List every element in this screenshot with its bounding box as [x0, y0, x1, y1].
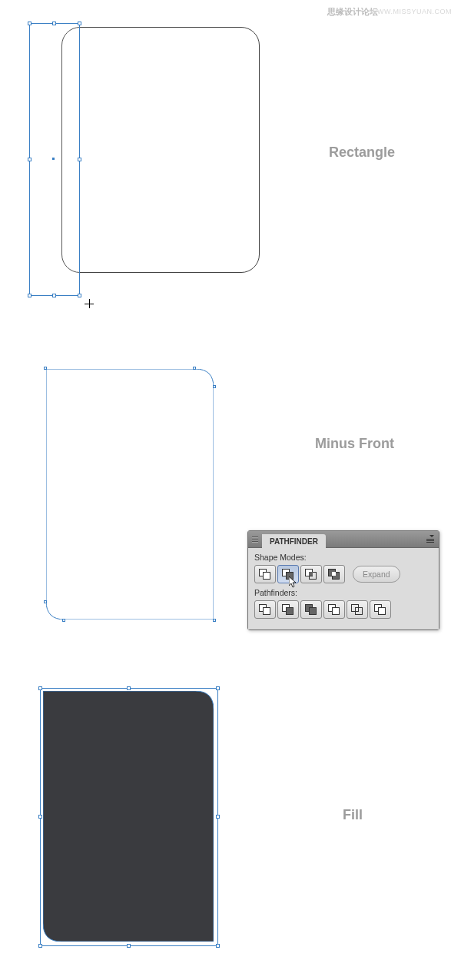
shape-modes-row: Expand [254, 565, 433, 583]
unite-button[interactable] [254, 565, 276, 583]
panel-tab-pathfinder[interactable]: PATHFINDER [262, 534, 326, 549]
handle-bottom-right[interactable] [216, 944, 220, 948]
merge-icon [305, 604, 317, 615]
handle-bottom-left[interactable] [38, 944, 42, 948]
shape-modes-label: Shape Modes: [254, 553, 433, 562]
handle-bottom-left[interactable] [28, 294, 32, 297]
anchor-point[interactable] [62, 619, 65, 622]
handle-right-center[interactable] [216, 815, 220, 819]
step-label-rectangle: Rectangle [329, 145, 395, 161]
divide-button[interactable] [254, 600, 276, 619]
handle-bottom-center[interactable] [52, 294, 56, 297]
handle-top-center[interactable] [127, 686, 131, 690]
anchor-point[interactable] [213, 385, 216, 388]
anchor-point[interactable] [44, 600, 47, 603]
handle-top-left[interactable] [38, 686, 42, 690]
rounded-rectangle-shape[interactable] [61, 27, 260, 273]
handle-bottom-right[interactable] [78, 294, 81, 297]
exclude-icon [328, 569, 340, 580]
artboard-step3[interactable] [40, 688, 224, 953]
handle-bottom-center[interactable] [127, 944, 131, 948]
expand-button[interactable]: Expand [353, 566, 400, 583]
panel-body: Shape Modes: Expand Pathfinders: [248, 548, 439, 630]
exclude-button[interactable] [323, 565, 345, 583]
pathfinder-panel[interactable]: PATHFINDER Shape Modes: Expand [247, 530, 439, 630]
outline-icon [351, 604, 363, 615]
handle-top-right[interactable] [78, 22, 81, 25]
crop-button[interactable] [323, 600, 345, 619]
divide-icon [259, 604, 271, 615]
pathfinders-label: Pathfinders: [254, 588, 433, 597]
minus-back-icon [374, 604, 386, 615]
trim-button[interactable] [277, 600, 299, 619]
trim-icon [282, 604, 294, 615]
step-label-minus-front: Minus Front [315, 436, 394, 452]
anchor-point[interactable] [193, 367, 196, 370]
handle-top-left[interactable] [28, 22, 32, 25]
intersect-icon [305, 569, 317, 580]
handle-top-right[interactable] [216, 686, 220, 690]
watermark-en: WWW.MISSYUAN.COM [370, 8, 452, 15]
handle-right-center[interactable] [78, 158, 81, 161]
handle-top-center[interactable] [52, 22, 56, 25]
unite-icon [259, 569, 271, 580]
panel-grip-icon[interactable] [248, 531, 262, 548]
crop-icon [328, 604, 340, 615]
panel-header[interactable]: PATHFINDER [248, 531, 439, 548]
pathfinders-row [254, 600, 433, 619]
artboard-step2[interactable] [46, 369, 223, 624]
anchor-point[interactable] [213, 619, 216, 622]
handle-left-center[interactable] [38, 815, 42, 819]
minus-front-path[interactable] [46, 369, 214, 620]
outline-button[interactable] [347, 600, 368, 619]
minus-back-button[interactable] [370, 600, 391, 619]
handle-center [52, 158, 55, 160]
step-label-fill: Fill [343, 807, 363, 823]
selection-rectangle[interactable] [29, 23, 80, 296]
artboard-step1[interactable] [29, 23, 260, 307]
anchor-point[interactable] [44, 367, 47, 370]
intersect-button[interactable] [300, 565, 322, 583]
minus-front-button[interactable] [277, 565, 299, 583]
merge-button[interactable] [300, 600, 322, 619]
panel-menu-icon[interactable] [423, 535, 434, 544]
crosshair-cursor-icon [85, 299, 97, 311]
handle-left-center[interactable] [28, 158, 32, 161]
bounding-box [40, 688, 218, 946]
